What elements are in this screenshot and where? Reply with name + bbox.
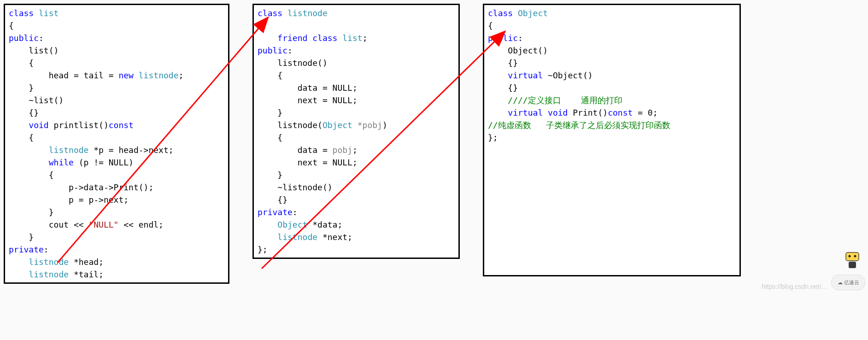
comment-interface: ////定义接口 通用的打印 xyxy=(488,95,622,105)
type-list: list xyxy=(39,8,59,18)
type-object: Object xyxy=(323,120,352,130)
code-block-object: class Object { public: Object() {} virtu… xyxy=(488,7,736,144)
keyword-void: void xyxy=(29,120,48,130)
comment-pure-virtual: //纯虚函数 子类继承了之后必须实现打印函数 xyxy=(488,120,670,130)
svg-point-2 xyxy=(849,255,851,258)
param-pobj: *pobj xyxy=(352,120,382,130)
keyword-new: new xyxy=(118,70,134,80)
svg-rect-1 xyxy=(846,252,859,261)
keyword-while: while xyxy=(49,158,74,167)
string-null: "NULL" xyxy=(88,220,118,229)
watermark-text: https://blog.csdn.net/... xyxy=(762,283,827,290)
code-block-list: class list { public: list() { head = tai… xyxy=(9,7,224,281)
code-panel-listnode: class listnode { friend class list; publ… xyxy=(252,4,460,259)
keyword-friend: friend xyxy=(277,33,307,43)
keyword-private: private xyxy=(9,245,44,254)
keyword-virtual: virtual xyxy=(508,70,543,80)
keyword-const: const xyxy=(109,120,134,130)
type-listnode: listnode xyxy=(139,70,179,80)
keyword-public: public xyxy=(9,33,39,43)
cloud-icon: ☁ xyxy=(838,280,843,286)
keyword-class: class xyxy=(9,8,34,18)
code-panel-object: class Object { public: Object() {} virtu… xyxy=(483,4,741,276)
code-panel-list: class list { public: list() { head = tai… xyxy=(4,4,229,284)
code-block-listnode: class listnode { friend class list; publ… xyxy=(258,7,455,256)
code-panels-row: class list { public: list() { head = tai… xyxy=(4,4,864,284)
svg-point-3 xyxy=(854,255,856,258)
svg-rect-4 xyxy=(849,262,856,268)
cartoon-icon xyxy=(839,247,865,273)
badge-yisu: ☁ 亿速云 xyxy=(831,275,865,290)
